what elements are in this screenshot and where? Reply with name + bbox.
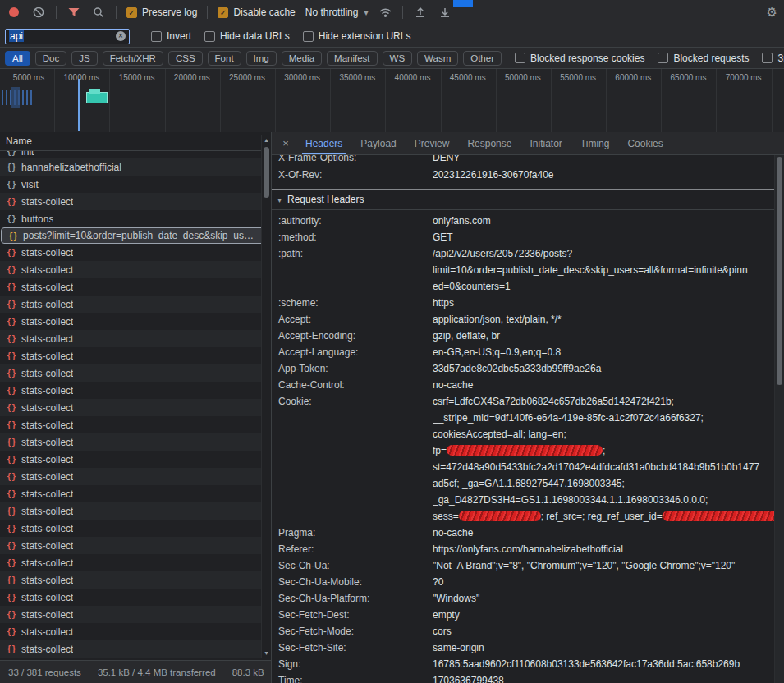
request-row[interactable]: {}hannahelizabethofficial: [0, 158, 271, 176]
tab-headers[interactable]: Headers: [296, 132, 351, 154]
request-row[interactable]: {}buttons: [0, 210, 271, 227]
filter-checkbox-invert[interactable]: Invert: [151, 30, 191, 42]
filter-checkbox-hide-extension-urls[interactable]: Hide extension URLs: [303, 30, 411, 42]
type-filter-other[interactable]: Other: [463, 51, 502, 66]
request-list-scrollbar[interactable]: ▲ ▼: [261, 135, 271, 658]
request-row[interactable]: {}posts?limit=10&order=publish_date_desc…: [1, 227, 270, 244]
scroll-up-icon[interactable]: ▲: [262, 135, 271, 144]
request-row[interactable]: {}stats-collect: [0, 571, 271, 589]
request-row[interactable]: {}stats-collect: [0, 606, 271, 623]
json-file-icon: {}: [7, 472, 16, 481]
header-value: DENY: [433, 155, 775, 166]
request-row[interactable]: {}stats-collect: [0, 296, 271, 313]
overview-column: 25000 ms: [221, 69, 276, 134]
tab-response[interactable]: Response: [458, 132, 520, 154]
request-row[interactable]: {}stats-collect: [0, 502, 271, 520]
type-filter-css[interactable]: CSS: [168, 51, 203, 66]
name-column-header[interactable]: Name: [0, 132, 271, 151]
request-row[interactable]: {}stats-collect: [0, 193, 271, 210]
request-row[interactable]: {}stats-collect: [0, 451, 271, 468]
scroll-down-icon[interactable]: ▼: [262, 649, 271, 658]
type-filter-all[interactable]: All: [5, 51, 30, 66]
json-file-icon: {}: [7, 524, 16, 533]
request-row[interactable]: {}stats-collect: [0, 330, 271, 347]
header-name: X-Frame-Options:: [272, 155, 433, 166]
request-row[interactable]: {}stats-collect: [0, 485, 271, 502]
clear-network-log-button[interactable]: [31, 5, 46, 20]
search-button[interactable]: [91, 5, 106, 20]
request-row[interactable]: {}stats-collect: [0, 468, 271, 485]
filter-checkbox-hide-data-urls[interactable]: Hide data URLs: [204, 30, 290, 42]
request-name: stats-collect: [21, 437, 73, 448]
overview-tick-label: 50000 ms: [505, 73, 551, 82]
header-value-line: ed=0&counters=1: [433, 278, 775, 295]
filter-input[interactable]: api ×: [5, 29, 130, 44]
tab-initiator[interactable]: Initiator: [520, 132, 571, 154]
filter-checkbox-blocked-response-cookies[interactable]: Blocked response cookies: [515, 53, 644, 64]
details-scrollbar[interactable]: [774, 155, 784, 683]
request-row[interactable]: {}stats-collect: [0, 278, 271, 296]
request-row[interactable]: {}stats-collect: [0, 382, 271, 399]
request-row[interactable]: {}stats-collect: [0, 520, 271, 537]
clear-filter-icon[interactable]: ×: [116, 31, 126, 41]
type-filter-js[interactable]: JS: [71, 51, 97, 66]
type-filter-doc[interactable]: Doc: [35, 51, 66, 66]
scrollbar-thumb[interactable]: [264, 147, 269, 198]
request-row[interactable]: {}stats-collect: [0, 589, 271, 606]
record-button[interactable]: [7, 5, 21, 20]
request-row[interactable]: {}stats-collect: [0, 347, 271, 364]
type-filter-fetch-xhr[interactable]: Fetch/XHR: [103, 51, 163, 66]
request-name: hannahelizabethofficial: [21, 162, 121, 173]
filter-checkbox-3rd-party-requests[interactable]: 3rd-party requests: [762, 53, 784, 64]
request-row[interactable]: {}stats-collect: [0, 537, 271, 554]
filter-checkbox-blocked-requests[interactable]: Blocked requests: [658, 53, 749, 64]
settings-gear-icon[interactable]: ⚙: [767, 5, 777, 20]
request-row-partial[interactable]: {} init: [0, 151, 271, 158]
request-row[interactable]: {}stats-collect: [0, 416, 271, 433]
preserve-log-checkbox[interactable]: ✓ Preserve log: [126, 7, 197, 18]
export-har-button[interactable]: [438, 5, 452, 20]
import-har-button[interactable]: [413, 5, 428, 20]
throttling-dropdown[interactable]: No throttling ▾: [305, 7, 369, 18]
request-name: init: [21, 151, 34, 158]
request-row[interactable]: {}stats-collect: [0, 261, 271, 278]
type-filter-media[interactable]: Media: [282, 51, 322, 66]
request-row[interactable]: {}stats-collect: [0, 433, 271, 451]
request-list-panel: Name {} init {}hannahelizabethofficial{}…: [0, 132, 272, 683]
download-icon: [438, 6, 452, 19]
tab-payload[interactable]: Payload: [351, 132, 405, 154]
request-row[interactable]: {}stats-collect: [0, 554, 271, 571]
type-filter-bar: AllDocJSFetch/XHRCSSFontImgMediaManifest…: [0, 48, 784, 69]
header-row: Sec-Ch-Ua-Mobile:?0: [272, 574, 775, 590]
tab-preview[interactable]: Preview: [406, 132, 459, 154]
disable-cache-checkbox[interactable]: ✓ Disable cache: [218, 7, 295, 18]
funnel-icon: [67, 6, 80, 19]
type-filter-img[interactable]: Img: [246, 51, 277, 66]
type-filter-ws[interactable]: WS: [383, 51, 413, 66]
request-row[interactable]: {}stats-collect: [0, 313, 271, 330]
tab-timing[interactable]: Timing: [571, 132, 619, 154]
header-row: Sec-Fetch-Site:same-origin: [272, 639, 775, 656]
request-row[interactable]: {}stats-collect: [0, 640, 271, 658]
type-filter-wasm[interactable]: Wasm: [417, 51, 458, 66]
section-title: Request Headers: [287, 194, 364, 205]
json-file-icon: {}: [7, 610, 16, 619]
type-filter-manifest[interactable]: Manifest: [327, 51, 377, 66]
checkbox-unchecked-icon: [151, 31, 162, 42]
close-details-button[interactable]: ×: [275, 132, 296, 154]
type-filter-font[interactable]: Font: [208, 51, 241, 66]
request-row[interactable]: {}stats-collect: [0, 244, 271, 261]
network-status-bar: 33 / 381 requests 35.1 kB / 4.4 MB trans…: [0, 660, 271, 683]
scrollbar-thumb[interactable]: [777, 157, 782, 385]
filter-toggle-button[interactable]: [66, 5, 81, 20]
request-row[interactable]: {}stats-collect: [0, 623, 271, 640]
request-row[interactable]: {}visit: [0, 176, 271, 193]
request-row[interactable]: {}stats-collect: [0, 364, 271, 382]
tab-cookies[interactable]: Cookies: [618, 132, 672, 154]
request-row[interactable]: {}stats-collect: [0, 399, 271, 416]
request-headers-section-header[interactable]: ▾ Request Headers: [272, 190, 775, 210]
network-overview[interactable]: 5000 ms10000 ms15000 ms20000 ms25000 ms3…: [0, 69, 784, 135]
throttling-value: No throttling: [305, 7, 359, 18]
network-conditions-button[interactable]: [378, 5, 392, 20]
json-file-icon: {}: [7, 420, 16, 429]
